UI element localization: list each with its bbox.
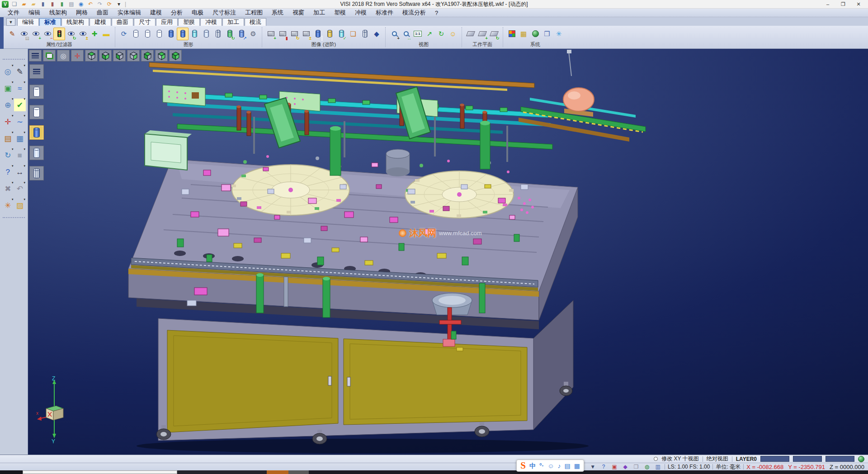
zoom-window-icon[interactable]: + xyxy=(388,28,400,40)
hide-entities-icon[interactable]: − xyxy=(42,28,53,40)
wireframe-mode-icon[interactable] xyxy=(130,28,142,40)
solid-view-icon[interactable]: ◆ xyxy=(371,28,382,40)
view-refresh-icon[interactable]: ↻ xyxy=(288,28,300,40)
grid-window-icon[interactable]: ▦ xyxy=(14,132,26,145)
menu-item-视窗[interactable]: 视窗 xyxy=(288,9,308,17)
refresh-model-icon[interactable]: ↻ xyxy=(2,149,14,161)
ime-mic-icon[interactable]: ♪ xyxy=(558,463,561,469)
export-image-icon[interactable]: ❏ xyxy=(347,28,359,40)
save-icon[interactable]: ▮ xyxy=(39,0,47,8)
shaded-edges-mode-icon[interactable] xyxy=(177,28,189,40)
status-gift-icon[interactable]: ▣ xyxy=(610,464,618,470)
view-add-icon[interactable]: + xyxy=(265,28,277,40)
undo-step-icon[interactable]: ↶ xyxy=(14,182,26,195)
menu-item-塑模[interactable]: 塑模 xyxy=(330,9,350,17)
globe-icon[interactable] xyxy=(858,456,864,462)
status-ink-icon[interactable]: ▼ xyxy=(589,464,597,470)
mesh-view-icon[interactable] xyxy=(359,28,371,40)
ribbon-tab-线架构[interactable]: 线架构 xyxy=(61,18,89,26)
ime-keyboard-icon[interactable]: ▤ xyxy=(565,463,571,469)
3d-viewport[interactable]: ◎✛ 沐风网 www.mfcad.com Z Y x xyxy=(28,49,868,455)
sidebar-grip[interactable] xyxy=(3,217,25,218)
update-icon[interactable]: ⟳ xyxy=(106,0,113,8)
shaded-mode-icon[interactable] xyxy=(165,28,177,40)
zoom-previous-icon[interactable]: ◎ xyxy=(2,65,14,78)
open-model-icon[interactable]: ▨ xyxy=(14,199,26,212)
status-page-icon[interactable]: ❒ xyxy=(632,464,640,470)
delete-icon[interactable]: ✖ xyxy=(2,182,14,195)
taskbar-input-field[interactable] xyxy=(23,470,177,474)
graphics-settings-icon[interactable]: ⚙ xyxy=(247,28,259,40)
fit-window-icon[interactable]: ▣ xyxy=(2,82,14,95)
ime-punctuation-icon[interactable]: °· xyxy=(539,463,544,469)
minimize-button[interactable]: – xyxy=(820,0,835,8)
menu-item-冲模[interactable]: 冲模 xyxy=(351,9,371,17)
shade-flat-icon[interactable] xyxy=(29,146,44,160)
preview-icon[interactable]: ◉ xyxy=(77,0,85,8)
section-view-icon[interactable] xyxy=(324,28,335,40)
viewport-menu-icon[interactable] xyxy=(29,50,42,62)
status-cube-icon[interactable]: ◆ xyxy=(621,464,629,470)
color-palette-icon[interactable] xyxy=(506,28,518,40)
system-settings-icon[interactable] xyxy=(529,28,541,40)
shade-menu-icon[interactable] xyxy=(29,64,44,79)
ribbon-tab-曲面[interactable]: 曲面 xyxy=(112,18,133,26)
zoom-view-icon[interactable]: ◎ xyxy=(57,50,70,62)
attribute-painter-icon[interactable]: ✎ xyxy=(6,28,18,40)
insert-file-icon[interactable]: ▰ xyxy=(30,0,37,8)
menu-item-编辑[interactable]: 编辑 xyxy=(24,9,44,17)
axis-move-icon[interactable]: ✛ xyxy=(2,115,14,128)
clip-plane-icon[interactable]: ┆ xyxy=(312,28,324,40)
print-icon[interactable]: ▤ xyxy=(68,0,75,8)
sidebar-grip[interactable] xyxy=(3,59,25,60)
menu-item-加工[interactable]: 加工 xyxy=(309,9,329,17)
new-file-icon[interactable]: ❏ xyxy=(11,0,18,8)
ribbon-tab-加工[interactable]: 加工 xyxy=(222,18,244,26)
workplane-view-icon[interactable] xyxy=(465,28,476,40)
show-all-icon[interactable]: ✚ xyxy=(89,28,100,40)
menu-item-模流分析[interactable]: 模流分析 xyxy=(398,9,430,17)
layer-stack-icon[interactable]: ▤ xyxy=(2,132,14,145)
flat-shade-mode-icon[interactable] xyxy=(200,28,212,40)
ribbon-tab-塑膜[interactable]: 塑膜 xyxy=(178,18,200,26)
close-button[interactable]: ✕ xyxy=(851,0,866,8)
open-file-icon[interactable]: ▰ xyxy=(20,0,28,8)
refresh-visibility-icon[interactable]: ↻ xyxy=(65,28,77,40)
view-filter-icon[interactable]: ▮ xyxy=(277,28,288,40)
maximize-button[interactable]: ❐ xyxy=(835,0,851,8)
wheel-tool-icon[interactable]: ✳ xyxy=(2,199,14,212)
menu-item-曲面[interactable]: 曲面 xyxy=(93,9,113,17)
menu-item-电极[interactable]: 电极 xyxy=(188,9,208,17)
status-clock-icon[interactable]: ◍ xyxy=(643,464,651,470)
rotate-view-icon[interactable]: ↻ xyxy=(435,28,447,40)
menu-item-网格[interactable]: 网格 xyxy=(72,9,92,17)
shade-mesh-icon[interactable] xyxy=(29,166,44,180)
fit-view-icon[interactable] xyxy=(43,50,56,62)
window-config-icon[interactable]: ❒ xyxy=(541,28,553,40)
zoom-scale-icon[interactable]: 1:1 xyxy=(412,28,424,40)
ribbon-tab-应用[interactable]: 应用 xyxy=(156,18,178,26)
save-as-icon[interactable]: ▮ xyxy=(49,0,56,8)
toggle-visibility-icon[interactable]: ± xyxy=(77,28,89,40)
confirm-icon[interactable]: ✔ xyxy=(14,99,26,111)
attribute-viewer-icon[interactable]: ▤ xyxy=(18,28,30,40)
dashed-hidden-mode-icon[interactable] xyxy=(153,28,165,40)
qat-dropdown-icon[interactable]: ▾ xyxy=(115,0,123,8)
view-left-icon[interactable] xyxy=(113,50,126,62)
view-bottom-icon[interactable] xyxy=(99,50,112,62)
machine-model[interactable] xyxy=(28,49,868,455)
shade-solid-icon[interactable] xyxy=(29,125,44,140)
view-right-icon[interactable] xyxy=(127,50,140,62)
menu-item-尺寸标注[interactable]: 尺寸标注 xyxy=(208,9,240,17)
curve-edit-icon[interactable]: ∼ xyxy=(14,115,26,128)
menu-item-?[interactable]: ? xyxy=(431,9,442,17)
save-all-icon[interactable]: ▮ xyxy=(58,0,66,8)
active-layer-label[interactable]: LAYER0 xyxy=(736,456,757,462)
ime-toolbox-icon[interactable]: ▦ xyxy=(574,463,580,469)
ribbon-tab-模流[interactable]: 模流 xyxy=(245,18,266,26)
view-top-icon[interactable] xyxy=(85,50,98,62)
ribbon-tab-编辑[interactable]: 编辑 xyxy=(17,18,39,26)
menu-item-建模[interactable]: 建模 xyxy=(146,9,166,17)
measure-icon[interactable]: ↔ xyxy=(14,166,26,178)
spline-edit-icon[interactable]: ≈ xyxy=(14,82,26,95)
